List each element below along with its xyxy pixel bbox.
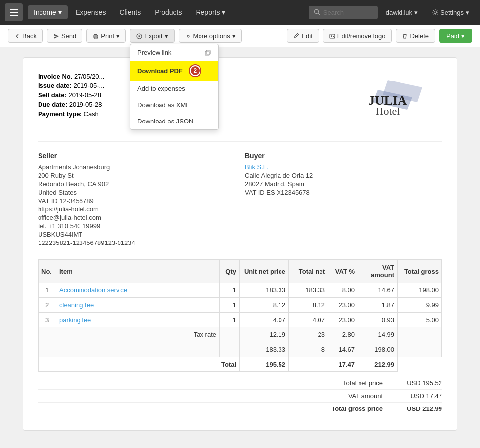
svg-rect-10 [205,51,209,55]
cell-total-gross: 9.99 [398,298,442,313]
cell-unit-net: 4.07 [240,313,289,327]
summary-row: 183.33 8 14.67 198.00 [39,342,442,357]
svg-rect-7 [94,34,97,35]
send-icon [53,33,59,39]
total-gross: 212.99 [358,357,398,372]
summary-total-gross: 198.00 [358,342,398,357]
nav-clients[interactable]: Clients [114,5,147,19]
print-icon [93,33,99,39]
cell-unit-net: 183.33 [240,283,289,298]
total-gross-line: Total gross price USD 212.99 [38,403,442,415]
edit-icon [293,33,299,39]
export-button[interactable]: Export ▾ [130,29,175,43]
nav-products[interactable]: Products [149,5,188,19]
vat-amount-line: VAT amount USD 17.47 [38,390,442,403]
cell-no: 3 [39,313,56,327]
col-qty: Qty [220,260,240,283]
more-options-button[interactable]: More options ▾ [179,29,242,43]
col-unit-net: Unit net price [240,260,289,283]
cell-qty: 1 [220,298,240,313]
cell-total-net: 8.12 [289,298,328,313]
download-xml-item[interactable]: Download as XML [130,97,218,113]
svg-point-3 [314,10,318,14]
main-content: Invoice No. 27/05/20... Issue date: 2019… [0,47,480,441]
invoice-table: No. Item Qty Unit net price Total net VA… [38,259,442,372]
table-row: 3 parking fee 1 4.07 4.07 23.00 0.93 5.0… [39,313,442,327]
cell-total-net: 183.33 [289,283,328,298]
totals-summary: Total net price USD 195.52 VAT amount US… [38,377,442,415]
total-net-line: Total net price USD 195.52 [38,377,442,390]
svg-rect-11 [206,50,210,54]
hotel-logo-svg: JULIA Hotel [343,78,432,117]
col-item: Item [56,260,220,283]
col-vat-amt: VAT amount [358,260,398,283]
preview-link-item[interactable]: Preview link [130,44,218,61]
table-row: 1 Accommodation service 1 183.33 183.33 … [39,283,442,298]
svg-rect-0 [10,9,18,10]
export-menu: Preview link Download PDF 2 Add to expen… [130,44,219,130]
app-logo[interactable] [5,3,23,21]
summary-row: Tax rate 12.19 23 2.80 14.99 [39,327,442,342]
delete-button[interactable]: Delete [396,29,435,43]
payment-type-line: Payment type: Cash [38,110,104,118]
col-total-net: Total net [289,260,328,283]
search-input[interactable] [323,9,373,16]
cell-vat-amt: 1.87 [358,298,398,313]
gear-small-icon [185,33,191,39]
cell-total-gross: 5.00 [398,313,442,327]
sell-date-line: Sell date: 2019-05-28 [38,91,104,99]
toolbar: Back Send Print ▾ Export ▾ Preview link … [0,25,480,47]
export-dropdown[interactable]: Export ▾ Preview link Download PDF 2 Add… [130,29,175,43]
cell-vat-pct: 8.00 [328,283,358,298]
svg-text:Hotel: Hotel [376,105,400,117]
settings-menu[interactable]: Settings ▾ [426,6,475,19]
invoice-meta: Invoice No. 27/05/20... Issue date: 2019… [38,73,104,120]
col-no: No. [39,260,56,283]
send-button[interactable]: Send [47,29,82,43]
cell-no: 2 [39,298,56,313]
total-row: Total 195.52 17.47 212.99 [39,357,442,372]
summary-label: Tax rate [39,327,220,342]
summary-total-net: 12.19 [240,327,289,342]
paid-button[interactable]: Paid ▾ [439,29,472,43]
cell-unit-net: 8.12 [240,298,289,313]
print-button[interactable]: Print ▾ [86,29,126,43]
copy-icon [204,49,211,56]
edit-logo-button[interactable]: Edit/remove logo [323,29,392,43]
add-to-expenses-item[interactable]: Add to expenses [130,81,218,97]
svg-point-12 [187,35,189,37]
step-badge: 2 [190,65,200,76]
cell-total-gross: 198.00 [398,283,442,298]
trash-icon [402,33,408,39]
svg-rect-13 [330,34,335,38]
edit-button[interactable]: Edit [287,29,319,43]
nav-income[interactable]: Income ▾ [28,5,68,19]
svg-point-5 [434,11,437,14]
invoice-number-line: Invoice No. 27/05/20... [38,73,104,80]
col-vat-pct: VAT % [328,260,358,283]
summary-vat-pct: 23 [289,327,328,342]
nav-reports[interactable]: Reports ▾ [190,5,231,19]
cell-no: 1 [39,283,56,298]
back-button[interactable]: Back [8,29,43,43]
total-label: Total [39,357,240,372]
cell-total-net: 4.07 [289,313,328,327]
download-json-item[interactable]: Download as JSON [130,113,218,129]
user-menu[interactable]: dawid.luk ▾ [380,6,424,19]
cell-item[interactable]: parking fee [56,313,220,327]
navbar: Income ▾ Expenses Clients Products Repor… [0,0,480,25]
seller-section: Seller Apartments Johanesburg 200 Ruby S… [38,152,235,247]
cell-item[interactable]: cleaning fee [56,298,220,313]
search-box[interactable] [309,6,378,19]
svg-rect-1 [10,12,18,13]
svg-line-4 [318,13,320,16]
col-total-gross: Total gross [398,260,442,283]
download-pdf-item[interactable]: Download PDF 2 [130,61,218,81]
total-net: 195.52 [240,357,289,372]
nav-expenses[interactable]: Expenses [70,5,112,19]
total-vat-amt: 17.47 [328,357,358,372]
cell-item[interactable]: Accommodation service [56,283,220,298]
issue-date-line: Issue date: 2019-05-... [38,82,104,89]
summary-total-net: 183.33 [240,342,289,357]
cell-vat-pct: 23.00 [328,298,358,313]
